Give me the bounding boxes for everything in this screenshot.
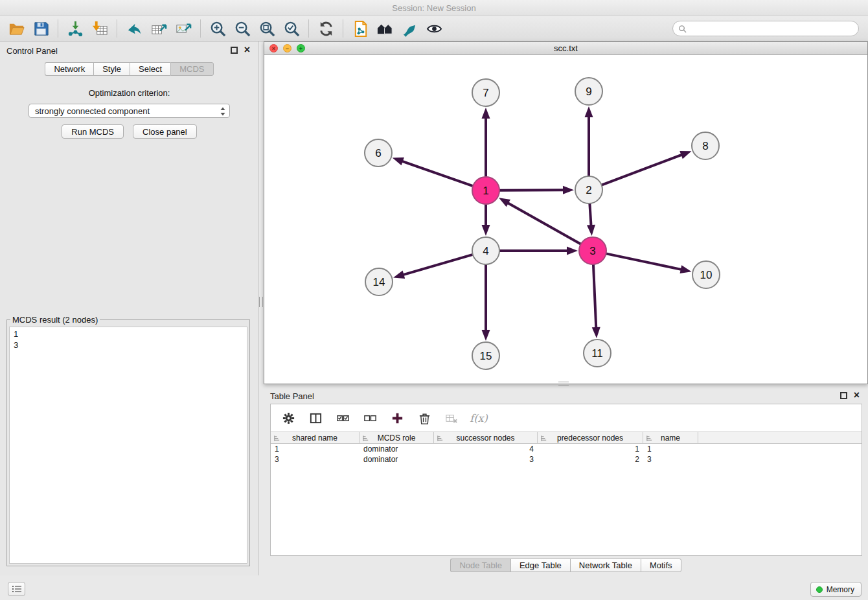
optimization-criterion-label: Optimization criterion:	[0, 88, 258, 98]
deselect-all-button[interactable]	[363, 411, 377, 425]
node-15[interactable]: 15	[472, 342, 499, 369]
eye-icon	[426, 20, 443, 38]
document-network-button[interactable]	[348, 18, 372, 39]
float-panel-icon[interactable]	[231, 47, 238, 54]
column-header-name[interactable]: name	[643, 432, 698, 443]
refresh-layout-button[interactable]	[314, 18, 338, 39]
close-panel-button[interactable]: Close panel	[133, 124, 197, 139]
node-6[interactable]: 6	[365, 139, 392, 167]
select-all-button[interactable]	[336, 411, 350, 425]
column-header-successor-nodes[interactable]: successor nodes	[434, 432, 538, 443]
node-9[interactable]: 9	[575, 78, 602, 105]
task-history-button[interactable]	[8, 582, 25, 596]
zoom-selected-button[interactable]	[279, 18, 304, 39]
node-11[interactable]: 11	[584, 340, 611, 367]
svg-text:7: 7	[483, 87, 488, 99]
tab-style[interactable]: Style	[93, 62, 130, 76]
column-header-shared-name[interactable]: shared name	[271, 432, 360, 443]
unchecked-boxes-icon	[363, 411, 377, 425]
edge-1-6[interactable]	[401, 161, 473, 186]
search-box[interactable]	[672, 21, 859, 36]
open-session-button[interactable]	[4, 18, 29, 39]
network-canvas[interactable]: 7968124314101511	[264, 55, 867, 384]
network-window-titlebar[interactable]: × − + scc.txt	[264, 42, 867, 55]
edge-3-1[interactable]	[507, 202, 580, 244]
table-row[interactable]: 1 dominator 4 1 1	[271, 444, 862, 454]
toolbar-separator	[117, 19, 117, 38]
zoom-window-button[interactable]: +	[297, 44, 305, 52]
delete-table-button[interactable]	[444, 411, 459, 425]
zoom-in-button[interactable]	[205, 18, 230, 39]
column-header-predecessor-nodes[interactable]: predecessor nodes	[538, 432, 643, 443]
table-settings-button[interactable]	[281, 411, 295, 425]
save-session-button[interactable]	[29, 18, 53, 39]
tab-network-table[interactable]: Network Table	[570, 559, 641, 572]
horizontal-splitter-handle[interactable]	[558, 382, 569, 386]
show-hide-details-button[interactable]	[422, 18, 446, 39]
node-1[interactable]: 1	[472, 177, 499, 204]
minimize-window-button[interactable]: −	[283, 44, 291, 52]
network-canvas-container: 7968124314101511	[264, 55, 867, 384]
function-builder-button[interactable]: f(x)	[472, 411, 486, 425]
export-image-button[interactable]	[171, 18, 196, 39]
tab-mcds[interactable]: MCDS	[170, 62, 213, 76]
home-analyzer-button[interactable]	[372, 18, 397, 39]
search-input[interactable]	[690, 23, 858, 34]
edge-3-10[interactable]	[606, 253, 683, 270]
tab-select[interactable]: Select	[130, 62, 170, 76]
import-table-icon	[91, 20, 109, 38]
node-8[interactable]: 8	[692, 132, 719, 159]
tab-motifs[interactable]: Motifs	[641, 559, 681, 572]
run-mcds-button[interactable]: Run MCDS	[62, 124, 124, 139]
add-column-button[interactable]	[390, 411, 404, 425]
close-panel-icon[interactable]: ×	[244, 44, 250, 56]
float-panel-icon[interactable]	[840, 392, 847, 399]
export-table-button[interactable]	[146, 18, 171, 39]
toolbar-separator	[200, 19, 201, 38]
status-bar: Memory	[0, 575, 868, 600]
edge-2-8[interactable]	[602, 154, 683, 185]
zoom-fit-button[interactable]	[255, 18, 279, 39]
close-panel-icon[interactable]: ×	[854, 389, 860, 401]
close-window-button[interactable]: ×	[269, 44, 278, 52]
node-7[interactable]: 7	[472, 79, 499, 106]
zoom-out-button[interactable]	[230, 18, 255, 39]
mcds-result-box[interactable]: 1 3	[9, 327, 247, 564]
node-table-container: f(x) shared name MCDS role successor n	[270, 404, 862, 556]
trash-icon	[418, 411, 431, 425]
homes-icon	[376, 20, 394, 38]
new-network-button[interactable]	[122, 18, 146, 39]
show-columns-button[interactable]	[308, 411, 323, 425]
node-2[interactable]: 2	[575, 176, 602, 203]
tab-edge-table[interactable]: Edge Table	[510, 559, 570, 572]
vertical-splitter-handle[interactable]	[259, 297, 263, 307]
node-3[interactable]: 3	[579, 237, 606, 264]
edge-4-14[interactable]	[402, 255, 473, 275]
node-14[interactable]: 14	[365, 268, 393, 295]
edge-2-3[interactable]	[589, 203, 591, 227]
node-4[interactable]: 4	[472, 237, 499, 264]
criterion-dropdown[interactable]: strongly connected component	[29, 104, 230, 118]
delete-column-button[interactable]	[417, 411, 431, 425]
memory-button[interactable]: Memory	[810, 582, 862, 597]
zoom-in-icon	[209, 20, 227, 38]
columns-icon	[309, 411, 323, 425]
delete-table-icon	[445, 411, 459, 425]
tab-node-table[interactable]: Node Table	[450, 559, 510, 572]
table-row[interactable]: 3 dominator 3 2 3	[271, 454, 862, 465]
edge-3-11[interactable]	[593, 264, 596, 329]
edge-1-2[interactable]	[499, 190, 565, 190]
node-10[interactable]: 10	[692, 261, 720, 288]
list-icon	[12, 585, 22, 593]
style-preview-button[interactable]	[397, 18, 422, 39]
mcds-result-fieldset: MCDS result (2 nodes) 1 3	[6, 315, 250, 566]
import-table-button[interactable]	[87, 18, 112, 39]
sort-icon	[540, 435, 547, 442]
svg-text:14: 14	[373, 276, 385, 288]
svg-text:4: 4	[483, 245, 488, 257]
column-header-mcds-role[interactable]: MCDS role	[360, 432, 434, 443]
tab-network[interactable]: Network	[45, 62, 93, 76]
import-network-button[interactable]	[63, 18, 87, 39]
table-toolbar: f(x)	[271, 404, 862, 432]
network-view-window: × − + scc.txt 7968124314101511	[264, 41, 868, 384]
